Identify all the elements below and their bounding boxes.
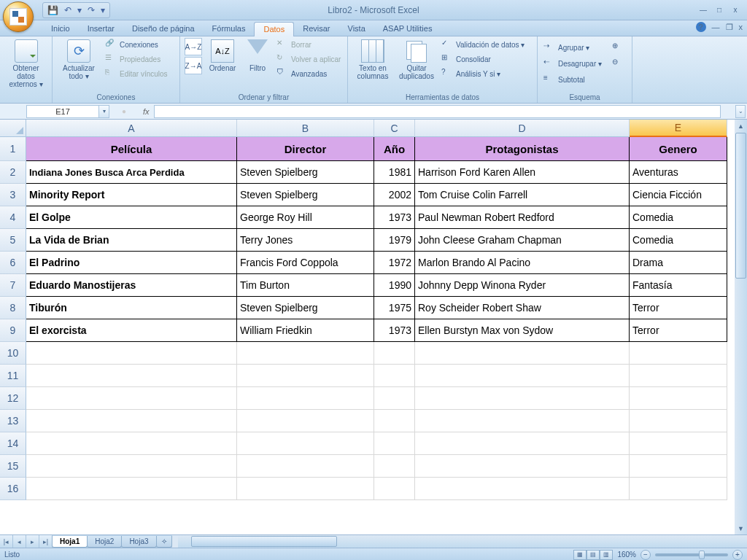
zoom-in-button[interactable]: + [732,550,743,560]
cell-E4[interactable]: Comedia [630,206,727,229]
sheet-tab-hoja1[interactable]: Hoja1 [52,536,88,548]
sheet-tab-hoja3[interactable]: Hoja3 [121,536,156,548]
row-header-7[interactable]: 7 [0,274,26,297]
cell-D16[interactable] [415,478,630,500]
column-header-D[interactable]: D [415,120,630,137]
cell-C7[interactable]: 1990 [374,274,415,297]
cell-A16[interactable] [26,478,237,500]
row-header-11[interactable]: 11 [0,365,26,387]
subtotal-button[interactable]: ≡Subtotal [542,73,603,86]
cell-D4[interactable]: Paul Newman Robert Redford [415,206,630,229]
cell-C16[interactable] [374,478,415,500]
cell-E1[interactable]: Genero [630,137,727,161]
cell-D6[interactable]: Marlon Brando Al Pacino [415,252,630,274]
tab-formulas[interactable]: Fórmulas [204,22,255,36]
cell-B5[interactable]: Terry Jones [237,229,374,252]
cell-C1[interactable]: Año [374,137,415,161]
sort-az-button[interactable]: A→Z [185,38,202,55]
cell-D11[interactable] [415,365,630,387]
cell-D15[interactable] [415,455,630,478]
cell-A6[interactable]: El Padrino [26,252,237,274]
cell-E11[interactable] [630,365,727,387]
redo-icon[interactable]: ↷ [88,5,95,15]
tab-datos[interactable]: Datos [254,22,294,36]
sheet-tab-hoja2[interactable]: Hoja2 [87,536,122,548]
next-sheet-button[interactable]: ▸ [26,535,39,548]
propiedades-button[interactable]: ☰Propiedades [104,52,169,66]
cell-D5[interactable]: John Cleese Graham Chapman [415,229,630,252]
agrupar-button[interactable]: ⇢Agrupar ▾ [542,41,603,54]
cell-C10[interactable] [374,342,415,365]
formula-expand-button[interactable]: ⌄ [735,105,746,118]
ordenar-button[interactable]: A↓Z Ordenar [205,38,240,74]
tab-asap[interactable]: ASAP Utilities [374,22,441,36]
row-header-9[interactable]: 9 [0,319,26,342]
cell-E10[interactable] [630,342,727,365]
cell-B7[interactable]: Tim Burton [237,274,374,297]
editar-vinculos-button[interactable]: ⎘Editar vínculos [104,67,169,80]
cell-C15[interactable] [374,455,415,478]
cell-A5[interactable]: La Vida de Brian [26,229,237,252]
tab-insertar[interactable]: Insertar [79,22,123,36]
undo-dropdown-icon[interactable]: ▾ [77,5,82,15]
borrar-filtro-button[interactable]: ✕Borrar [275,38,342,51]
scroll-thumb[interactable] [735,133,746,279]
cell-B10[interactable] [237,342,374,365]
cell-C8[interactable]: 1975 [374,297,415,319]
sort-za-button[interactable]: Z→A [185,57,202,74]
conexiones-button[interactable]: 🔗Conexiones [104,38,169,51]
scroll-down-button[interactable]: ▼ [735,522,747,534]
avanzadas-button[interactable]: ⛉Avanzadas [275,67,342,80]
cells-area[interactable]: PelículaDirectorAñoProtagonistasGeneroIn… [26,137,735,534]
scroll-up-button[interactable]: ▲ [735,120,747,132]
doc-restore-button[interactable]: ❐ [726,23,733,32]
cell-A4[interactable]: El Golpe [26,206,237,229]
cell-A15[interactable] [26,455,237,478]
formula-input[interactable] [154,105,721,118]
maximize-button[interactable]: □ [712,5,727,15]
row-header-10[interactable]: 10 [0,342,26,365]
cell-B4[interactable]: George Roy Hill [237,206,374,229]
office-button[interactable] [3,1,34,32]
first-sheet-button[interactable]: |◂ [0,535,13,548]
row-header-13[interactable]: 13 [0,410,26,432]
row-header-15[interactable]: 15 [0,455,26,478]
cell-C2[interactable]: 1981 [374,161,415,184]
obtener-datos-externos-button[interactable]: Obtener datos externos ▾ [4,38,47,90]
cell-C3[interactable]: 2002 [374,184,415,206]
cell-E16[interactable] [630,478,727,500]
save-icon[interactable]: 💾 [47,5,58,15]
quitar-duplicados-button[interactable]: Quitar duplicados [396,38,437,82]
zoom-level[interactable]: 160% [617,551,636,559]
tab-revisar[interactable]: Revisar [294,22,338,36]
cell-C13[interactable] [374,410,415,432]
cell-A14[interactable] [26,432,237,455]
column-header-B[interactable]: B [237,120,374,137]
filtro-button[interactable]: Filtro [243,38,272,74]
cell-C6[interactable]: 1972 [374,252,415,274]
row-header-2[interactable]: 2 [0,161,26,184]
column-header-C[interactable]: C [374,120,415,137]
new-sheet-button[interactable]: ✧ [156,536,172,548]
cell-A7[interactable]: Eduardo Manostijeras [26,274,237,297]
vertical-scrollbar[interactable]: ▲ ▼ [735,120,747,534]
row-header-3[interactable]: 3 [0,184,26,206]
zoom-out-button[interactable]: − [640,550,651,560]
volver-aplicar-button[interactable]: ↻Volver a aplicar [275,52,342,66]
analisis-ysi-button[interactable]: ?Análisis Y si ▾ [440,67,526,80]
cell-B3[interactable]: Steven Spielberg [237,184,374,206]
cell-D3[interactable]: Tom Cruise Colin Farrell [415,184,630,206]
hide-detail-button[interactable]: ⊖ [611,57,625,70]
cell-E14[interactable] [630,432,727,455]
cell-E13[interactable] [630,410,727,432]
actualizar-todo-button[interactable]: ⟳ Actualizar todo ▾ [57,38,101,82]
horizontal-scrollbar[interactable] [178,535,747,548]
close-button[interactable]: x [728,5,743,15]
minimize-button[interactable]: — [696,5,711,15]
cell-A2[interactable]: Indiana Jones Busca Arca Perdida [26,161,237,184]
help-icon[interactable]: ? [696,22,706,32]
cell-C9[interactable]: 1973 [374,319,415,342]
cell-A12[interactable] [26,387,237,410]
zoom-handle[interactable] [699,551,705,559]
cell-E3[interactable]: Ciencia Ficción [630,184,727,206]
